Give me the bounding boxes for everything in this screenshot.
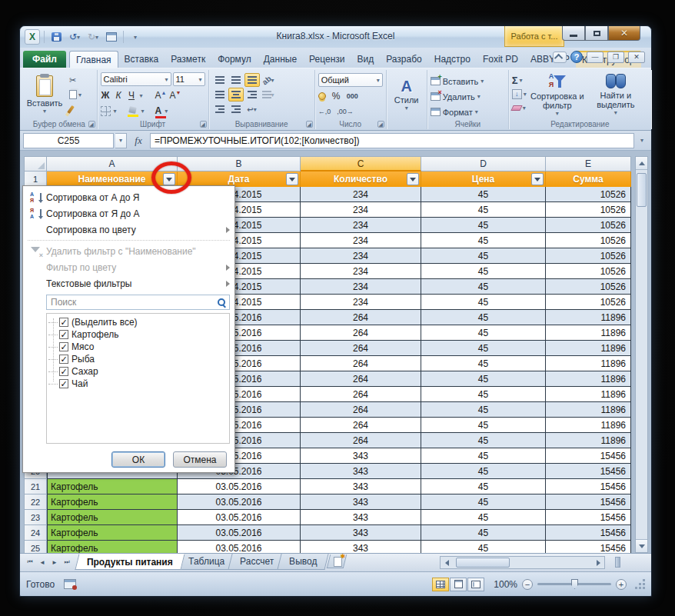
- column-header-C[interactable]: C: [301, 156, 421, 171]
- scroll-up-button[interactable]: [636, 157, 647, 170]
- table-header-5[interactable]: Сумма: [546, 171, 631, 187]
- menu-item-sort-az[interactable]: АЯ Сортировка от А до Я: [23, 189, 234, 205]
- resize-grip-icon[interactable]: [636, 580, 645, 589]
- workbook-minimize-button[interactable]: —: [587, 52, 604, 63]
- tab-file[interactable]: Файл: [23, 51, 66, 68]
- cell-sum[interactable]: 15456: [546, 464, 631, 479]
- cell-sum[interactable]: 15456: [546, 494, 631, 510]
- insert-function-button[interactable]: fx: [128, 133, 148, 148]
- cell-price[interactable]: 45: [421, 295, 546, 310]
- help-button[interactable]: ?: [570, 51, 583, 63]
- align-right-button[interactable]: [244, 88, 260, 102]
- column-header-E[interactable]: E: [546, 156, 631, 171]
- filter-value-item[interactable]: ✓(Выделить все): [50, 316, 228, 328]
- cell-price[interactable]: 45: [421, 418, 546, 433]
- number-format-combo[interactable]: Общий▾: [318, 73, 383, 87]
- cell-quantity[interactable]: 264: [301, 325, 421, 341]
- cell-sum[interactable]: 10526: [546, 295, 631, 310]
- cell-sum[interactable]: 10526: [546, 218, 631, 233]
- font-color-button[interactable]: А: [155, 105, 162, 116]
- cell-quantity[interactable]: 234: [301, 295, 421, 310]
- checkbox-checked-icon[interactable]: ✓: [59, 355, 68, 364]
- collapse-ribbon-button[interactable]: [553, 52, 567, 63]
- delete-cells-button[interactable]: Удалить▾: [431, 90, 505, 103]
- cell-price[interactable]: 45: [421, 202, 546, 218]
- name-box[interactable]: C255: [23, 133, 114, 148]
- minimize-button[interactable]: [562, 26, 585, 41]
- bold-button[interactable]: Ж: [101, 90, 111, 101]
- cell-quantity[interactable]: 234: [301, 233, 421, 248]
- row-header[interactable]: 21: [24, 479, 47, 494]
- filter-value-item[interactable]: ✓Сахар: [50, 365, 228, 378]
- tab-Разрабо[interactable]: Разрабо: [380, 51, 428, 68]
- underline-button[interactable]: Ч: [127, 90, 137, 101]
- align-middle-button[interactable]: [228, 73, 244, 87]
- cell-price[interactable]: 45: [421, 248, 546, 264]
- zoom-slider-thumb[interactable]: [571, 579, 578, 589]
- find-select-button[interactable]: Найти и выделить ▾: [588, 72, 643, 118]
- orientation-button[interactable]: ab▾: [261, 73, 276, 87]
- font-name-combo[interactable]: Calibri▾: [101, 72, 171, 86]
- cell-sum[interactable]: 10526: [546, 233, 631, 248]
- insert-worksheet-button[interactable]: [327, 554, 347, 568]
- vertical-scroll-thumb[interactable]: [637, 173, 647, 207]
- cell-sum[interactable]: 15456: [546, 479, 631, 494]
- menu-item-sort-za[interactable]: ЯА Сортировка от Я до А: [23, 205, 234, 221]
- zoom-level[interactable]: 100%: [494, 579, 517, 590]
- cell-sum[interactable]: 10526: [546, 248, 631, 264]
- cell-sum[interactable]: 15456: [546, 510, 631, 525]
- tab-split-handle[interactable]: [615, 557, 620, 568]
- cell-sum[interactable]: 10526: [546, 279, 631, 295]
- cell-price[interactable]: 45: [421, 402, 546, 418]
- cell-date[interactable]: 03.05.2016: [178, 494, 301, 510]
- checkbox-checked-icon[interactable]: ✓: [59, 379, 68, 388]
- cell-sum[interactable]: 11896: [546, 387, 631, 402]
- tab-Главная[interactable]: Главная: [69, 51, 118, 68]
- column-header-D[interactable]: D: [421, 156, 546, 171]
- cell-sum[interactable]: 15456: [546, 525, 631, 541]
- row-header[interactable]: 22: [24, 494, 47, 510]
- increase-indent-button[interactable]: [228, 102, 244, 116]
- cell-price[interactable]: 45: [421, 325, 546, 341]
- cell-quantity[interactable]: 264: [301, 310, 421, 325]
- filter-search-input[interactable]: Поиск: [46, 295, 230, 310]
- tab-Формул[interactable]: Формул: [211, 51, 258, 68]
- checkbox-checked-icon[interactable]: ✓: [59, 318, 68, 327]
- styles-button[interactable]: А Стили ▾: [390, 72, 424, 118]
- cell-name[interactable]: Картофель: [47, 479, 178, 494]
- cell-price[interactable]: 45: [421, 233, 546, 248]
- tab-Foxit PD[interactable]: Foxit PD: [477, 51, 524, 68]
- merge-center-button[interactable]: ▾: [261, 88, 276, 102]
- cell-name[interactable]: Картофель: [47, 510, 178, 525]
- cell-sum[interactable]: 11896: [546, 356, 631, 371]
- zoom-slider-track[interactable]: [537, 583, 611, 585]
- menu-item-text-filters[interactable]: Текстовые фильтры: [23, 275, 234, 291]
- scroll-down-button[interactable]: [636, 539, 647, 552]
- cell-sum[interactable]: 11896: [546, 310, 631, 325]
- macro-record-icon[interactable]: [64, 579, 76, 589]
- cell-sum[interactable]: 11896: [546, 433, 631, 448]
- cell-quantity[interactable]: 234: [301, 264, 421, 279]
- cell-sum[interactable]: 11896: [546, 325, 631, 341]
- tab-Рецензи[interactable]: Рецензи: [303, 51, 351, 68]
- filter-value-item[interactable]: ✓Картофель: [50, 328, 228, 341]
- sheet-tab-Вывод[interactable]: Вывод: [277, 554, 329, 570]
- cell-quantity[interactable]: 264: [301, 418, 421, 433]
- cell-sum[interactable]: 11896: [546, 418, 631, 433]
- zoom-in-button[interactable]: +: [616, 579, 627, 590]
- paste-button[interactable]: Вставить ▾: [25, 72, 65, 118]
- cell-date[interactable]: 03.05.2016: [178, 525, 301, 541]
- cell-quantity[interactable]: 234: [301, 187, 421, 202]
- cell-quantity[interactable]: 343: [301, 464, 421, 479]
- next-sheet-button[interactable]: ►: [49, 557, 60, 568]
- cell-price[interactable]: 45: [421, 264, 546, 279]
- cell-quantity[interactable]: 343: [301, 448, 421, 464]
- table-header-4[interactable]: Цена: [421, 171, 546, 187]
- normal-view-button[interactable]: [432, 578, 449, 591]
- filter-value-item[interactable]: ✓Чай: [50, 378, 228, 390]
- cell-sum[interactable]: 15456: [546, 448, 631, 464]
- cell-quantity[interactable]: 264: [301, 356, 421, 371]
- insert-cells-button[interactable]: Вставить▾: [431, 75, 505, 88]
- align-top-button[interactable]: [212, 73, 228, 87]
- cell-quantity[interactable]: 343: [301, 494, 421, 510]
